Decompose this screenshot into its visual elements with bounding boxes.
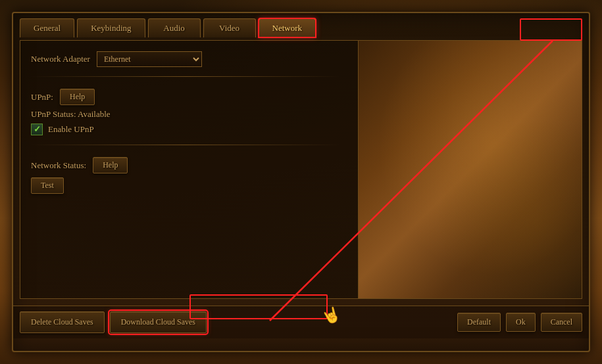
bottom-bar: Delete Cloud Saves Download Cloud Saves … [13, 306, 589, 338]
upnp-section: UPnP: Help UPnP Status: Available ✓ Enab… [31, 89, 341, 135]
delete-cloud-saves-button[interactable]: Delete Cloud Saves [20, 311, 105, 333]
test-button-row: Test [31, 177, 341, 194]
enable-upnp-checkbox[interactable]: ✓ [31, 124, 43, 135]
divider-2 [31, 145, 341, 145]
upnp-help-button[interactable]: Help [60, 89, 95, 105]
upnp-row: UPnP: Help [31, 89, 341, 105]
content-area: Network Adapter Ethernet Wi-Fi Loopback … [20, 40, 582, 299]
tab-general[interactable]: General [20, 18, 74, 37]
network-status-label: Network Status: [31, 160, 86, 171]
tab-keybinding[interactable]: Keybinding [77, 18, 145, 37]
upnp-label: UPnP: [31, 92, 53, 102]
cancel-button[interactable]: Cancel [541, 313, 582, 332]
upnp-status-label: UPnP Status: Available [31, 109, 111, 120]
network-adapter-label: Network Adapter [31, 54, 90, 64]
left-panel: Network Adapter Ethernet Wi-Fi Loopback … [20, 41, 351, 298]
adapter-select[interactable]: Ethernet Wi-Fi Loopback [97, 51, 202, 67]
right-panel-background [358, 41, 582, 298]
ok-button[interactable]: Ok [506, 313, 536, 332]
default-button[interactable]: Default [457, 313, 501, 332]
network-status-row: Network Status: Help [31, 157, 341, 173]
tab-bar: General Keybinding Audio Video Network [13, 13, 589, 37]
enable-upnp-row[interactable]: ✓ Enable UPnP [31, 124, 341, 135]
test-button[interactable]: Test [31, 177, 64, 194]
divider-1 [31, 76, 341, 77]
tab-audio[interactable]: Audio [148, 18, 201, 37]
network-status-section: Network Status: Help Test [31, 157, 341, 194]
upnp-status-row: UPnP Status: Available [31, 109, 341, 120]
download-cloud-saves-button[interactable]: Download Cloud Saves [110, 311, 207, 333]
checkbox-check-mark: ✓ [34, 124, 41, 135]
tab-network[interactable]: Network [259, 18, 316, 37]
network-status-help-button[interactable]: Help [93, 157, 128, 173]
tab-video[interactable]: Video [203, 18, 256, 37]
network-adapter-row: Network Adapter Ethernet Wi-Fi Loopback [31, 51, 341, 67]
enable-upnp-label: Enable UPnP [48, 124, 94, 135]
adapter-dropdown-container: Ethernet Wi-Fi Loopback [97, 51, 202, 67]
